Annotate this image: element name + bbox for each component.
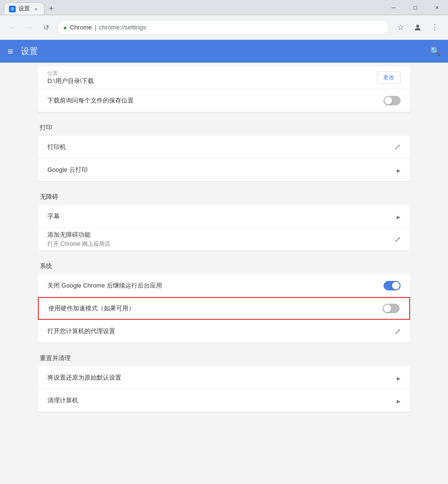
site-security-icon: ● [63,24,67,31]
change-location-button[interactable]: 更改 [377,71,401,84]
reset-section: 重置并清理 将设置还原为原始默认设置 清理计算机 [38,354,410,412]
chrome-label: Chrome [70,24,91,31]
location-label: 位置 [47,70,377,77]
download-card-partial: 位置 D:\用户目录\下载 更改 下载前询问每个文件的保存位置 [38,66,410,112]
settings-content: 位置 D:\用户目录\下载 更改 下载前询问每个文件的保存位置 打印 打印机 [0,63,448,484]
google-cloud-print-row[interactable]: Google 云打印 [38,158,410,181]
hardware-accel-label: 使用硬件加速模式（如果可用） [48,304,383,313]
app-header: ≡ 设置 🔍 [0,40,448,63]
toggle-knob [384,97,392,104]
print-section: 打印 打印机 Google 云打印 [38,123,410,181]
add-accessibility-external-link-icon [394,235,401,244]
location-text: 位置 D:\用户目录\下载 [47,70,377,85]
bookmark-button[interactable]: ☆ [393,20,408,35]
ask-before-download-label: 下载前询问每个文件的保存位置 [47,96,384,105]
print-section-title: 打印 [38,123,410,132]
window-controls: ─ □ × [383,0,448,15]
hardware-accel-toggle[interactable] [383,304,400,313]
ask-before-download-toggle[interactable] [384,96,401,105]
app-title: 设置 [21,46,38,57]
tab-label: 设置 [18,5,30,13]
system-card: 关闭 Google Chrome 后继续运行后台应用 使用硬件加速模式（如果可用… [38,274,410,343]
accessibility-section: 无障碍 字幕 添加无障碍功能 打开 Chrome 网上应用店 [38,193,410,251]
chrome-menu-button[interactable]: ⋮ [427,20,442,35]
settings-tab[interactable]: ⚙ 设置 × [4,2,45,15]
address-url: chrome://settings [99,24,146,31]
keep-running-toggle[interactable] [384,281,401,290]
cleanup-label: 清理计算机 [47,396,393,405]
reset-section-title: 重置并清理 [38,354,410,363]
printer-external-link-icon [394,142,401,151]
hardware-accel-toggle-knob [384,305,391,312]
add-accessibility-sublabel: 打开 Chrome 网上应用店 [47,240,391,248]
restore-defaults-arrow-icon [397,374,401,382]
tab-close-button[interactable]: × [33,6,39,12]
refresh-button[interactable]: ↺ [40,21,53,34]
settings-tab-icon: ⚙ [9,6,16,12]
keep-running-row[interactable]: 关闭 Google Chrome 后继续运行后台应用 [38,274,410,297]
add-accessibility-label: 添加无障碍功能 [47,231,391,239]
minimize-button[interactable]: ─ [383,0,404,15]
forward-button[interactable]: → [23,21,36,34]
proxy-settings-label: 打开您计算机的代理设置 [47,327,391,335]
address-box[interactable]: ● Chrome | chrome://settings [57,20,389,35]
system-section: 系统 关闭 Google Chrome 后继续运行后台应用 使用硬件加速模式（如… [38,262,410,343]
cleanup-row[interactable]: 清理计算机 [38,389,410,412]
address-separator: | [95,24,96,31]
google-cloud-print-arrow-icon [397,166,401,174]
captions-arrow-icon [397,213,401,220]
account-button[interactable] [410,20,425,35]
cleanup-arrow-icon [397,397,401,404]
titlebar: ⚙ 设置 × + ─ □ × [0,0,448,15]
ask-before-download-row[interactable]: 下载前询问每个文件的保存位置 [38,89,410,112]
toolbar-right: ☆ ⋮ [393,20,442,35]
maximize-button[interactable]: □ [404,0,426,15]
keep-running-toggle-knob [392,282,400,289]
proxy-external-link-icon [394,327,401,336]
add-accessibility-row[interactable]: 添加无障碍功能 打开 Chrome 网上应用店 [38,228,410,251]
captions-label: 字幕 [47,212,393,221]
settings-page: 位置 D:\用户目录\下载 更改 下载前询问每个文件的保存位置 打印 打印机 [0,66,448,431]
printer-row[interactable]: 打印机 [38,136,410,158]
keep-running-label: 关闭 Google Chrome 后继续运行后台应用 [47,281,384,290]
printer-label: 打印机 [47,143,391,151]
back-button[interactable]: ← [6,21,19,34]
print-card: 打印机 Google 云打印 [38,136,410,181]
add-accessibility-text: 添加无障碍功能 打开 Chrome 网上应用店 [47,231,391,248]
google-cloud-print-label: Google 云打印 [47,166,393,174]
restore-defaults-row[interactable]: 将设置还原为原始默认设置 [38,366,410,389]
titlebar-tabs: ⚙ 设置 × + [0,0,383,15]
svg-point-0 [416,25,419,28]
new-tab-button[interactable]: + [45,2,58,15]
close-button[interactable]: × [426,0,448,15]
restore-defaults-label: 将设置还原为原始默认设置 [47,373,393,382]
accessibility-section-title: 无障碍 [38,193,410,201]
search-settings-button[interactable]: 🔍 [430,46,440,56]
download-location-row: 位置 D:\用户目录\下载 更改 [38,66,410,89]
location-path: D:\用户目录\下载 [47,77,377,85]
accessibility-card: 字幕 添加无障碍功能 打开 Chrome 网上应用店 [38,205,410,251]
captions-row[interactable]: 字幕 [38,205,410,228]
hardware-accel-row[interactable]: 使用硬件加速模式（如果可用） [38,297,410,320]
system-section-title: 系统 [38,262,410,270]
addressbar: ← → ↺ ● Chrome | chrome://settings ☆ ⋮ [0,15,448,40]
proxy-settings-row[interactable]: 打开您计算机的代理设置 [38,320,410,343]
reset-card: 将设置还原为原始默认设置 清理计算机 [38,366,410,412]
hamburger-menu-button[interactable]: ≡ [8,46,13,57]
